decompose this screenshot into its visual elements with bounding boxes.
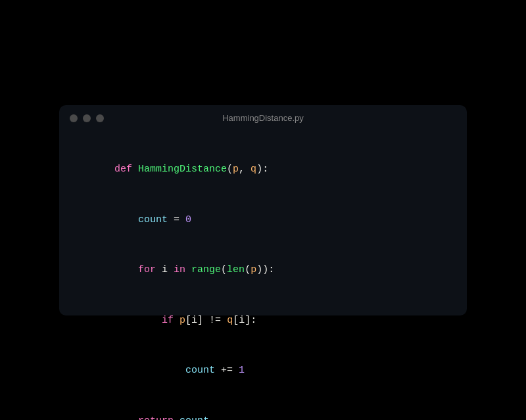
code-editor[interactable]: def HammingDistance(p, q): count = 0 for…: [59, 131, 467, 421]
title-bar: HammingDistance.py: [59, 105, 467, 131]
var-q-index: q: [227, 315, 233, 326]
param-p: p: [233, 164, 239, 175]
close-button[interactable]: [70, 114, 78, 122]
bracket-p-close: ]: [197, 315, 203, 326]
editor-window: HammingDistance.py def HammingDistance(p…: [59, 105, 467, 315]
comma: ,: [239, 164, 251, 175]
indent-3: [114, 264, 138, 275]
var-count-3: count: [179, 415, 209, 421]
indent-4: [114, 315, 162, 326]
var-i-index-p: i: [191, 315, 197, 326]
keyword-def: def: [114, 164, 138, 175]
keyword-return: return: [138, 415, 179, 421]
code-line-5: count += 1: [79, 346, 447, 396]
num-one: 1: [239, 365, 245, 376]
traffic-lights: [70, 114, 104, 122]
keyword-if: if: [162, 315, 179, 326]
op-neq: !=: [203, 315, 227, 326]
indent-5: [114, 365, 185, 376]
keyword-for: for: [138, 264, 162, 275]
bracket-p-open: [: [185, 315, 191, 326]
var-i-index-q: i: [239, 315, 245, 326]
code-line-3: for i in range(len(p)):: [79, 245, 447, 296]
minimize-button[interactable]: [83, 114, 91, 122]
bracket-q-open: [: [233, 315, 239, 326]
code-line-4: if p[i] != q[i]:: [79, 295, 447, 346]
indent-2: [114, 214, 138, 225]
func-len: len: [227, 264, 245, 275]
paren-close-colon: ):: [256, 164, 268, 175]
keyword-in: in: [174, 264, 191, 275]
paren-len-open: (: [245, 264, 251, 275]
code-line-1: def HammingDistance(p, q):: [79, 145, 447, 195]
indent-6: [114, 415, 138, 421]
paren-range-open: (: [221, 264, 227, 275]
bracket-q-close-colon: ]:: [245, 315, 256, 326]
function-name: HammingDistance: [138, 164, 227, 175]
paren-len-close: )):: [256, 264, 274, 275]
window-title: HammingDistance.py: [222, 113, 304, 123]
op-pluseq: +=: [215, 365, 239, 376]
code-line-2: count = 0: [79, 195, 447, 245]
var-p-index: p: [179, 315, 185, 326]
var-count-2: count: [185, 365, 215, 376]
var-p-range: p: [251, 264, 256, 275]
op-assign: =: [168, 214, 185, 225]
num-zero: 0: [185, 214, 191, 225]
param-q: q: [251, 164, 256, 175]
paren-open: (: [227, 164, 233, 175]
var-i: i: [162, 264, 174, 275]
code-line-6: return count: [79, 396, 447, 420]
maximize-button[interactable]: [96, 114, 104, 122]
func-range: range: [191, 264, 221, 275]
var-count-1: count: [138, 214, 168, 225]
